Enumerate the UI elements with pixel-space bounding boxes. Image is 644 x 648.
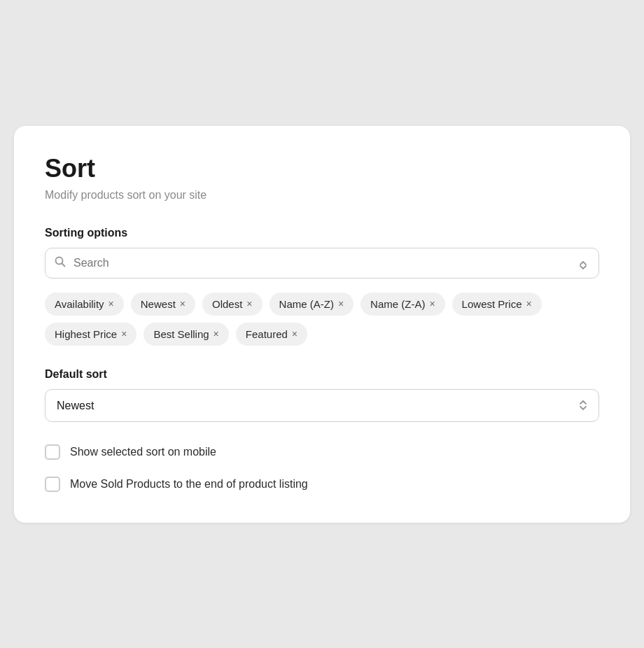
- tag-lowest-price: Lowest Price×: [452, 293, 542, 316]
- tag-label-highest-price: Highest Price: [55, 328, 117, 340]
- tag-label-featured: Featured: [246, 328, 288, 340]
- show-mobile-checkbox[interactable]: [45, 444, 60, 460]
- tag-name-az: Name (A-Z)×: [270, 293, 354, 316]
- tag-remove-availability[interactable]: ×: [108, 299, 114, 309]
- tag-remove-name-az[interactable]: ×: [338, 299, 344, 309]
- tag-name-za: Name (Z-A)×: [360, 293, 445, 316]
- sort-card: Sort Modify products sort on your site S…: [14, 126, 630, 523]
- tag-label-name-za: Name (Z-A): [370, 298, 425, 310]
- tag-availability: Availability×: [45, 293, 124, 316]
- tag-remove-featured[interactable]: ×: [292, 329, 298, 339]
- default-sort-section: Default sort Newest Oldest Availability …: [45, 368, 599, 422]
- move-sold-label: Move Sold Products to the end of product…: [70, 478, 308, 491]
- search-container: [45, 248, 599, 279]
- tag-label-lowest-price: Lowest Price: [462, 298, 522, 310]
- tag-best-selling: Best Selling×: [144, 323, 228, 346]
- tag-remove-name-za[interactable]: ×: [429, 299, 435, 309]
- sorting-options-section: Sorting options Availability×Newest×Olde…: [45, 227, 599, 346]
- tag-label-availability: Availability: [55, 298, 104, 310]
- tag-oldest: Oldest×: [202, 293, 262, 316]
- show-mobile-label: Show selected sort on mobile: [70, 446, 216, 458]
- tag-remove-newest[interactable]: ×: [180, 299, 186, 309]
- default-sort-container: Newest Oldest Availability Name (A-Z) Na…: [45, 389, 599, 422]
- move-sold-checkbox[interactable]: [45, 477, 60, 492]
- tag-newest: Newest×: [131, 293, 195, 316]
- page-subtitle: Modify products sort on your site: [45, 189, 599, 202]
- tag-remove-oldest[interactable]: ×: [246, 299, 252, 309]
- tag-remove-lowest-price[interactable]: ×: [526, 299, 531, 309]
- move-sold-row: Move Sold Products to the end of product…: [45, 477, 599, 492]
- page-title: Sort: [45, 154, 599, 183]
- tag-featured: Featured×: [236, 323, 307, 346]
- default-sort-select[interactable]: Newest Oldest Availability Name (A-Z) Na…: [45, 389, 599, 422]
- tag-highest-price: Highest Price×: [45, 323, 136, 346]
- default-sort-label: Default sort: [45, 368, 599, 381]
- tag-label-best-selling: Best Selling: [153, 328, 209, 340]
- tags-container: Availability×Newest×Oldest×Name (A-Z)×Na…: [45, 293, 599, 346]
- tag-label-newest: Newest: [141, 298, 176, 310]
- tag-label-oldest: Oldest: [212, 298, 242, 310]
- tag-label-name-az: Name (A-Z): [279, 298, 334, 310]
- search-input[interactable]: [45, 248, 599, 279]
- tag-remove-highest-price[interactable]: ×: [121, 329, 127, 339]
- sorting-options-label: Sorting options: [45, 227, 599, 239]
- tag-remove-best-selling[interactable]: ×: [214, 329, 219, 339]
- show-mobile-row: Show selected sort on mobile: [45, 444, 599, 460]
